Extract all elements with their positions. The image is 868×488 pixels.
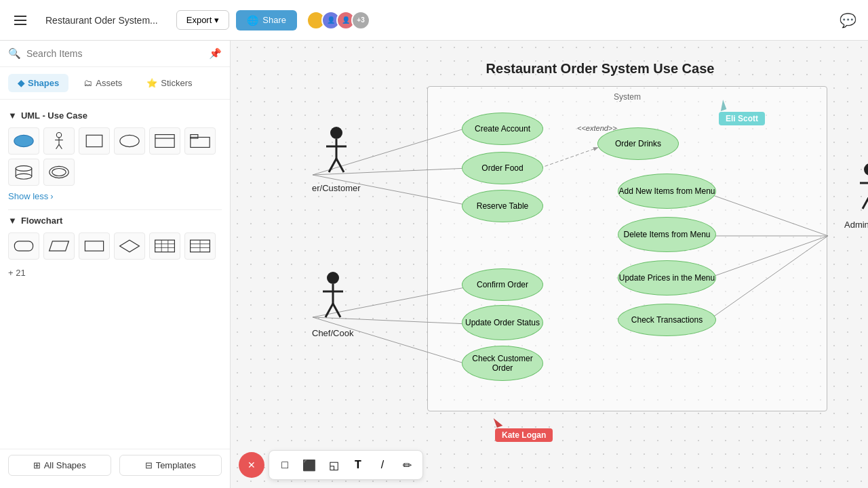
shape-tabs: ◆ Shapes 🗂 Assets ⭐ Stickers — [0, 67, 230, 100]
svg-point-17 — [52, 169, 66, 176]
uml-shapes-grid — [8, 127, 222, 186]
shape-library: ▼ UML - Use Case — [0, 100, 230, 449]
uml-boundary-shape[interactable] — [149, 127, 180, 155]
tab-shapes[interactable]: ◆ Shapes — [8, 74, 68, 92]
use-case-update-prices[interactable]: Update Prices in the Menu — [618, 260, 716, 296]
uml-ellipse-shape[interactable] — [8, 127, 39, 155]
svg-point-15 — [16, 174, 32, 179]
use-case-delete-items[interactable]: Delete Items from Menu — [618, 217, 716, 252]
uml-cylinder-shape[interactable] — [8, 159, 39, 186]
use-case-confirm-order[interactable]: Confirm Order — [462, 268, 543, 301]
fc-table2[interactable] — [184, 232, 216, 260]
ellipse-check-customer-order[interactable]: Check Customer Order — [462, 346, 543, 381]
share-button[interactable]: 🌐 Share — [236, 10, 297, 30]
tab-assets[interactable]: 🗂 Assets — [74, 74, 132, 92]
svg-point-47 — [327, 272, 339, 284]
svg-line-38 — [713, 236, 828, 317]
fc-table1[interactable] — [149, 232, 180, 260]
all-shapes-icon: ⊞ — [33, 460, 41, 470]
ellipse-order-drinks[interactable]: Order Drinks — [597, 127, 679, 160]
ellipse-confirm-order[interactable]: Confirm Order — [462, 268, 543, 301]
ellipse-check-transactions[interactable]: Check Transactions — [618, 304, 716, 336]
svg-point-52 — [864, 163, 868, 176]
svg-rect-8 — [155, 135, 174, 148]
svg-marker-21 — [120, 240, 140, 252]
text-tool-button[interactable]: T — [347, 453, 370, 476]
menu-button[interactable] — [8, 8, 33, 33]
kate-logan-cursor: Kate Logan — [495, 417, 553, 442]
panel-bottom-buttons: ⊞ All Shapes ⊟ Templates — [8, 455, 222, 476]
use-case-check-transactions[interactable]: Check Transactions — [618, 304, 716, 336]
use-case-order-drinks[interactable]: Order Drinks — [597, 127, 679, 160]
ellipse-order-food[interactable]: Order Food — [462, 152, 543, 184]
use-case-order-food[interactable]: Order Food — [462, 152, 543, 184]
system-label: System — [614, 92, 641, 102]
fc-rect[interactable] — [79, 232, 110, 260]
canvas-area[interactable]: Eli Scott Restaurant Order System Use Ca… — [231, 41, 868, 488]
use-case-reserve-table[interactable]: Reserve Table — [462, 190, 543, 222]
svg-line-45 — [329, 159, 336, 172]
uml-actor-shape[interactable] — [43, 127, 75, 155]
svg-rect-6 — [86, 135, 102, 146]
fc-diamond[interactable] — [114, 232, 145, 260]
stickers-icon: ⭐ — [146, 78, 157, 88]
search-input[interactable] — [26, 48, 203, 59]
line-tool-button[interactable]: / — [371, 453, 394, 476]
flowchart-shapes-grid — [8, 232, 222, 260]
shapes-icon: ◆ — [18, 78, 24, 88]
chat-icon: 💬 — [840, 12, 856, 28]
pin-icon[interactable]: 📌 — [209, 47, 222, 60]
tab-stickers[interactable]: ⭐ Stickers — [137, 74, 201, 92]
actor-chef-label: Chef/Cook — [312, 328, 353, 338]
use-case-update-order-status[interactable]: Update Order Status — [462, 305, 543, 340]
svg-point-1 — [56, 133, 61, 138]
ellipse-delete-items[interactable]: Delete Items from Menu — [618, 217, 716, 252]
uml-rect-shape[interactable] — [79, 127, 110, 155]
actor-customer-label: er/Customer — [312, 183, 361, 193]
use-case-check-customer-order[interactable]: Check Customer Order — [462, 346, 543, 381]
uml-collapse-arrow: ▼ — [8, 110, 17, 121]
fc-parallelogram[interactable] — [43, 232, 75, 260]
export-button[interactable]: Export ▾ — [176, 10, 230, 30]
doc-title: Restaurant Oder System... — [39, 12, 164, 29]
uml-section-header[interactable]: ▼ UML - Use Case — [8, 110, 222, 121]
uml-double-ellipse-shape[interactable] — [43, 159, 75, 186]
draw-tool-button[interactable]: ✏ — [395, 453, 418, 476]
rect-tool-button[interactable]: □ — [273, 453, 296, 476]
sticky-tool-button[interactable]: ◱ — [322, 453, 345, 476]
globe-icon: 🌐 — [247, 15, 258, 26]
search-icon: 🔍 — [8, 47, 21, 60]
svg-point-7 — [120, 135, 139, 146]
svg-point-12 — [16, 166, 32, 171]
close-button[interactable]: ✕ — [239, 452, 264, 478]
use-case-create-account[interactable]: Create Account — [462, 113, 543, 145]
flowchart-section-label: Flowchart — [21, 216, 62, 226]
ellipse-reserve-table[interactable]: Reserve Table — [462, 190, 543, 222]
svg-point-42 — [330, 127, 342, 139]
use-case-add-new-items[interactable]: Add New Items from Menu — [618, 174, 716, 209]
ellipse-add-new-items[interactable]: Add New Items from Menu — [618, 174, 716, 209]
assets-icon: 🗂 — [83, 78, 92, 88]
ellipse-update-order-status[interactable]: Update Order Status — [462, 305, 543, 340]
ellipse-update-prices[interactable]: Update Prices in the Menu — [618, 260, 716, 296]
frame-tool-button[interactable]: ⬛ — [298, 453, 321, 476]
svg-line-46 — [336, 159, 344, 172]
fc-rounded-rect[interactable] — [8, 232, 39, 260]
avatar-count: +3 — [351, 11, 370, 30]
svg-line-37 — [713, 236, 828, 277]
ellipse-create-account[interactable]: Create Account — [462, 113, 543, 145]
chat-button[interactable]: 💬 — [835, 8, 860, 33]
export-chevron-icon: ▾ — [214, 15, 219, 25]
flowchart-section-header[interactable]: ▼ Flowchart — [8, 216, 222, 226]
svg-rect-10 — [191, 138, 210, 148]
templates-button[interactable]: ⊟ Templates — [119, 455, 222, 476]
show-less-uml[interactable]: Show less › — [8, 191, 222, 201]
uml-package-shape[interactable] — [184, 127, 216, 155]
templates-icon: ⊟ — [145, 460, 153, 470]
svg-line-5 — [59, 144, 62, 149]
svg-point-0 — [14, 135, 33, 146]
show-less-icon: › — [50, 191, 53, 201]
stickers-tab-label: Stickers — [161, 78, 192, 88]
uml-oval-shape[interactable] — [114, 127, 145, 155]
all-shapes-button[interactable]: ⊞ All Shapes — [8, 455, 111, 476]
